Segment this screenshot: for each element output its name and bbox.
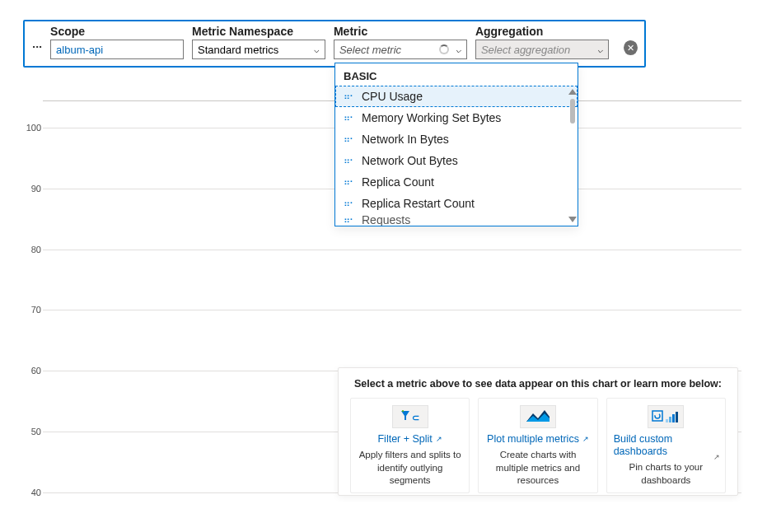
aggregation-select[interactable]: Select aggregation ⌵ xyxy=(475,40,609,59)
metric-icon: ⠶⠂ xyxy=(344,177,355,188)
metric-option-label: Network Out Bytes xyxy=(362,154,458,167)
metric-option[interactable]: ⠶⠂Memory Working Set Bytes xyxy=(335,107,578,128)
svg-rect-7 xyxy=(666,419,668,422)
y-tick-label: 100 xyxy=(25,123,41,133)
gridline xyxy=(43,250,741,250)
card-link[interactable]: Plot multiple metrics ↗ xyxy=(487,433,589,446)
hint-cards: ⊂ Filter + Split ↗ Apply filters and spl… xyxy=(350,398,726,493)
metric-option[interactable]: ⠶⠂Requests xyxy=(335,214,578,226)
y-tick-label: 60 xyxy=(25,366,41,376)
namespace-select[interactable]: Standard metrics ⌵ xyxy=(192,40,325,59)
y-tick-label: 50 xyxy=(25,427,41,436)
card-desc: Create charts with multiple metrics and … xyxy=(485,449,590,488)
y-tick-label: 80 xyxy=(25,245,41,254)
close-icon[interactable]: ✕ xyxy=(624,40,638,55)
svg-text:⊂: ⊂ xyxy=(412,413,419,422)
card-build-dashboards[interactable]: Build custom dashboards ↗ Pin charts to … xyxy=(606,398,726,493)
dropdown-list: ⠶⠂CPU Usage⠶⠂Memory Working Set Bytes⠶⠂N… xyxy=(335,86,578,226)
namespace-label: Metric Namespace xyxy=(192,25,325,38)
aggregation-placeholder: Select aggregation xyxy=(481,44,570,56)
metric-select[interactable]: Select metric ⌵ xyxy=(334,40,467,59)
metric-icon: ⠶⠂ xyxy=(344,215,355,226)
metric-option[interactable]: ⠶⠂Replica Restart Count xyxy=(335,193,578,214)
svg-rect-9 xyxy=(672,414,675,422)
metric-config-bar: ⠒⠂ Scope album-api Metric Namespace Stan… xyxy=(23,20,646,68)
svg-marker-0 xyxy=(401,411,409,420)
metric-option-label: Requests xyxy=(362,214,410,226)
gridline xyxy=(43,310,741,310)
metric-option-label: Network In Bytes xyxy=(362,133,449,146)
scope-field: Scope album-api xyxy=(50,25,184,59)
card-plot-multiple[interactable]: Plot multiple metrics ↗ Create charts wi… xyxy=(478,398,597,493)
dashboard-icon xyxy=(648,405,684,428)
card-link[interactable]: Filter + Split ↗ xyxy=(377,433,442,446)
external-link-icon: ↗ xyxy=(713,453,720,461)
card-link[interactable]: Build custom dashboards xyxy=(614,433,718,458)
metric-icon: ⠶⠂ xyxy=(344,134,355,145)
metric-option[interactable]: ⠶⠂Network Out Bytes xyxy=(335,150,578,171)
card-desc: Pin charts to your dashboards xyxy=(614,461,718,487)
metric-option[interactable]: ⠶⠂Replica Count xyxy=(335,171,578,193)
metric-option[interactable]: ⠶⠂CPU Usage xyxy=(335,86,578,107)
metric-option-label: CPU Usage xyxy=(362,90,423,103)
hint-panel: Select a metric above to see data appear… xyxy=(338,367,738,496)
metric-option-label: Replica Restart Count xyxy=(362,197,475,210)
metric-placeholder: Select metric xyxy=(339,44,401,56)
metric-option-label: Memory Working Set Bytes xyxy=(362,111,501,124)
metric-option[interactable]: ⠶⠂Network In Bytes xyxy=(335,128,578,150)
y-tick-label: 90 xyxy=(25,184,41,194)
svg-rect-10 xyxy=(676,412,678,422)
hint-title: Select a metric above to see data appear… xyxy=(350,378,726,390)
metric-icon: ⠶⠂ xyxy=(344,198,355,209)
spinner-icon xyxy=(439,44,449,54)
svg-rect-5 xyxy=(652,411,662,421)
scope-label: Scope xyxy=(50,25,184,38)
scroll-thumb[interactable] xyxy=(570,99,575,124)
dropdown-section-header: BASIC xyxy=(335,63,578,86)
namespace-field: Metric Namespace Standard metrics ⌵ xyxy=(192,25,325,59)
scope-value: album-api xyxy=(56,44,103,56)
svg-rect-8 xyxy=(669,417,671,422)
aggregation-label: Aggregation xyxy=(475,25,609,38)
chevron-down-icon: ⌵ xyxy=(597,44,603,55)
card-filter-split[interactable]: ⊂ Filter + Split ↗ Apply filters and spl… xyxy=(350,398,470,493)
metric-option-label: Replica Count xyxy=(362,175,434,189)
svg-point-1 xyxy=(402,410,404,412)
scrollbar[interactable] xyxy=(569,91,576,221)
metric-dropdown: BASIC ⠶⠂CPU Usage⠶⠂Memory Working Set By… xyxy=(334,63,578,226)
external-link-icon: ↗ xyxy=(436,435,442,444)
metric-icon: ⠶⠂ xyxy=(344,156,355,166)
filter-icon: ⊂ xyxy=(392,405,428,428)
metric-icon: ⠶⠂ xyxy=(344,113,355,124)
aggregation-field: Aggregation Select aggregation ⌵ xyxy=(475,25,609,59)
external-link-icon: ↗ xyxy=(582,435,589,444)
y-tick-label: 70 xyxy=(25,305,41,315)
y-tick-label: 40 xyxy=(25,488,41,497)
scroll-down-icon[interactable] xyxy=(568,217,577,222)
metric-field: Metric Select metric ⌵ xyxy=(334,25,467,59)
svg-point-6 xyxy=(655,413,660,418)
chevron-down-icon: ⌵ xyxy=(456,44,461,55)
chart-icon xyxy=(520,405,556,428)
namespace-value: Standard metrics xyxy=(198,44,278,56)
card-desc: Apply filters and splits to identify out… xyxy=(358,449,462,488)
scroll-up-icon[interactable] xyxy=(568,89,577,95)
chevron-down-icon: ⌵ xyxy=(314,44,320,55)
scope-select[interactable]: album-api xyxy=(50,40,184,59)
metric-label: Metric xyxy=(334,25,467,38)
scatter-icon: ⠒⠂ xyxy=(31,41,47,54)
metric-icon: ⠶⠂ xyxy=(344,91,355,102)
